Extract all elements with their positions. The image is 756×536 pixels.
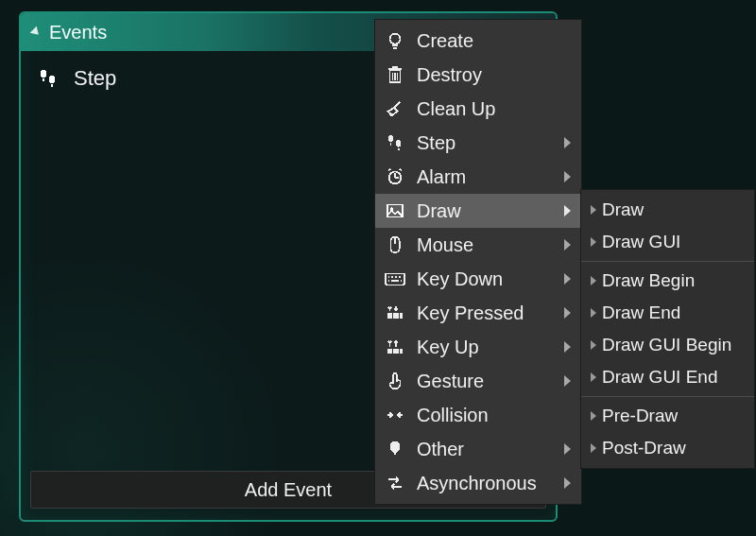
broom-icon xyxy=(383,96,407,121)
async-icon xyxy=(383,471,407,495)
chevron-right-icon xyxy=(560,239,574,251)
chevron-right-icon xyxy=(591,340,596,350)
footsteps-icon xyxy=(383,130,407,155)
alarm-icon xyxy=(383,164,407,189)
submenu-label: Draw End xyxy=(602,303,747,323)
chevron-right-icon xyxy=(560,477,574,489)
svg-line-23 xyxy=(400,169,403,171)
submenu-item-draw-end[interactable]: Draw End xyxy=(581,297,754,329)
svg-rect-29 xyxy=(388,276,390,278)
menu-label: Key Up xyxy=(417,337,551,358)
menu-label: Asynchronous xyxy=(417,473,551,494)
submenu-label: Pre-Draw xyxy=(602,406,747,426)
svg-rect-6 xyxy=(393,47,397,49)
svg-point-4 xyxy=(390,34,401,44)
menu-label: Key Down xyxy=(417,268,551,290)
menu-item-destroy[interactable]: Destroy xyxy=(375,58,581,92)
svg-line-13 xyxy=(394,102,400,108)
submenu-item-draw-begin[interactable]: Draw Begin xyxy=(581,265,754,297)
submenu-item-draw-gui-begin[interactable]: Draw GUI Begin xyxy=(581,329,754,361)
menu-item-asynchronous[interactable]: Asynchronous xyxy=(375,466,581,500)
menu-item-create[interactable]: Create xyxy=(375,24,581,58)
chevron-right-icon xyxy=(560,205,574,216)
submenu-label: Post-Draw xyxy=(602,438,747,458)
menu-label: Draw xyxy=(417,200,551,222)
submenu-label: Draw GUI Begin xyxy=(602,335,747,355)
svg-rect-18 xyxy=(398,148,400,151)
menu-item-gesture[interactable]: Gesture xyxy=(375,364,581,398)
svg-rect-9 xyxy=(392,66,398,68)
chevron-right-icon xyxy=(560,307,574,319)
disclosure-triangle-icon[interactable] xyxy=(30,26,43,39)
svg-rect-37 xyxy=(393,313,399,319)
mouse-icon xyxy=(383,233,407,257)
svg-rect-33 xyxy=(388,280,390,282)
svg-rect-3 xyxy=(51,84,53,87)
submenu-item-draw-gui[interactable]: Draw GUI xyxy=(581,226,754,258)
chevron-right-icon xyxy=(591,411,596,421)
svg-rect-31 xyxy=(395,276,397,278)
menu-label: Alarm xyxy=(417,166,551,188)
submenu-item-draw-gui-end[interactable]: Draw GUI End xyxy=(581,361,754,393)
submenu-label: Draw GUI xyxy=(602,232,747,252)
panel-title: Events xyxy=(49,22,107,43)
menu-item-other[interactable]: Other xyxy=(375,432,581,466)
svg-rect-8 xyxy=(388,68,403,71)
keyboard-icon xyxy=(383,267,407,291)
menu-item-key-up[interactable]: Key Up xyxy=(375,330,581,364)
gesture-icon xyxy=(383,369,407,393)
svg-rect-30 xyxy=(391,276,393,278)
image-icon xyxy=(383,199,407,223)
menu-label: Collision xyxy=(417,405,551,426)
chevron-right-icon xyxy=(560,273,574,285)
svg-point-17 xyxy=(396,140,402,147)
submenu-item-draw[interactable]: Draw xyxy=(581,194,754,226)
other-icon xyxy=(383,437,407,461)
menu-label: Mouse xyxy=(417,234,551,256)
svg-rect-41 xyxy=(400,349,404,354)
chevron-right-icon xyxy=(560,171,574,182)
add-event-menu: Create Destroy Clean Up Step Alarm xyxy=(374,19,582,505)
submenu-label: Draw Begin xyxy=(602,270,747,291)
chevron-right-icon xyxy=(591,237,596,247)
svg-rect-36 xyxy=(387,313,393,319)
svg-rect-38 xyxy=(400,313,404,319)
svg-rect-1 xyxy=(43,78,44,81)
bulb-icon xyxy=(383,28,407,53)
menu-item-mouse[interactable]: Mouse xyxy=(375,228,581,262)
menu-separator xyxy=(581,396,754,397)
menu-item-collision[interactable]: Collision xyxy=(375,398,581,432)
chevron-right-icon xyxy=(591,372,596,382)
chevron-right-icon xyxy=(591,308,596,318)
svg-rect-32 xyxy=(399,276,401,278)
menu-item-draw[interactable]: Draw xyxy=(375,194,581,228)
submenu-item-pre-draw[interactable]: Pre-Draw xyxy=(581,400,754,432)
menu-item-clean-up[interactable]: Clean Up xyxy=(375,92,581,126)
svg-point-2 xyxy=(49,76,55,83)
svg-point-0 xyxy=(41,70,46,78)
menu-item-alarm[interactable]: Alarm xyxy=(375,160,581,194)
menu-item-key-pressed[interactable]: Key Pressed xyxy=(375,296,581,330)
footsteps-icon xyxy=(36,66,60,91)
draw-submenu: Draw Draw GUI Draw Begin Draw End Draw G… xyxy=(580,189,755,469)
menu-item-step[interactable]: Step xyxy=(375,126,581,160)
svg-rect-35 xyxy=(401,280,403,282)
svg-rect-39 xyxy=(387,349,393,354)
chevron-right-icon xyxy=(591,443,596,453)
chevron-right-icon xyxy=(591,276,596,285)
chevron-right-icon xyxy=(560,375,574,387)
menu-label: Key Pressed xyxy=(417,303,551,324)
keypress-icon xyxy=(383,301,407,325)
svg-rect-34 xyxy=(391,280,398,282)
chevron-right-icon xyxy=(560,137,574,148)
trash-icon xyxy=(383,62,407,87)
menu-item-key-down[interactable]: Key Down xyxy=(375,262,581,296)
submenu-item-post-draw[interactable]: Post-Draw xyxy=(581,432,754,464)
collision-icon xyxy=(383,403,407,427)
keyup-icon xyxy=(383,335,407,359)
menu-label: Destroy xyxy=(417,64,551,86)
event-item-label: Step xyxy=(74,66,116,91)
chevron-right-icon xyxy=(560,443,574,455)
menu-separator xyxy=(581,261,754,262)
svg-line-22 xyxy=(388,169,391,171)
